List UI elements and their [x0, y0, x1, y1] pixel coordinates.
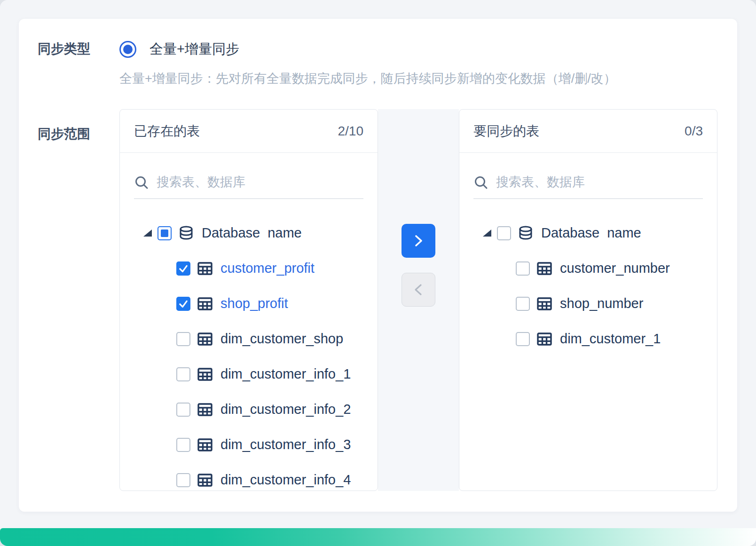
table-row[interactable]: dim_customer_info_4 — [134, 462, 363, 491]
search-icon — [473, 175, 488, 190]
existing-tables-panel: 已存在的表 2/10 — [119, 109, 378, 491]
search-icon — [134, 175, 149, 190]
table-name-label: dim_customer_info_3 — [220, 437, 351, 452]
app-viewport: 同步类型 全量+增量同步 全量+增量同步：先对所有全量数据完成同步，随后持续同步… — [0, 0, 756, 546]
right-table-list: customer_number — [473, 251, 703, 356]
check-icon — [178, 263, 189, 274]
sync-type-label: 同步类型 — [38, 40, 119, 58]
table-icon — [536, 296, 552, 312]
caret-expanded-icon[interactable] — [483, 229, 491, 237]
left-search-bar — [134, 169, 363, 199]
sync-scope-row: 同步范围 已存在的表 2/10 — [38, 109, 718, 491]
table-icon — [197, 402, 213, 418]
table-checkbox[interactable] — [516, 261, 530, 276]
database-name-label: Database name — [541, 225, 641, 241]
move-right-button[interactable] — [402, 224, 435, 258]
table-row[interactable]: customer_number — [473, 251, 703, 286]
table-name-label: dim_customer_1 — [560, 331, 661, 347]
table-checkbox[interactable] — [516, 297, 530, 311]
check-icon — [178, 298, 189, 309]
table-row[interactable]: dim_customer_1 — [473, 321, 703, 356]
sync-tables-count: 0/3 — [685, 124, 703, 139]
sync-type-row: 同步类型 全量+增量同步 全量+增量同步：先对所有全量数据完成同步，随后持续同步… — [38, 40, 718, 87]
chevron-right-icon — [411, 234, 425, 248]
table-name-label: shop_number — [560, 296, 643, 311]
table-icon — [197, 472, 213, 488]
left-table-tree: Database name — [134, 215, 363, 491]
table-checkbox[interactable] — [516, 332, 530, 346]
right-table-tree: Database name — [473, 215, 703, 356]
caret-expanded-icon[interactable] — [143, 229, 152, 237]
table-name-label: shop_profit — [220, 296, 288, 311]
database-icon — [518, 225, 534, 241]
table-icon — [197, 366, 213, 382]
sync-config-card: 同步类型 全量+增量同步 全量+增量同步：先对所有全量数据完成同步，随后持续同步… — [19, 19, 737, 512]
table-icon — [197, 261, 213, 277]
table-checkbox[interactable] — [176, 403, 190, 417]
table-row[interactable]: shop_number — [473, 286, 703, 321]
left-table-list: customer_profit — [134, 251, 363, 491]
right-search-bar — [473, 169, 703, 199]
existing-tables-header: 已存在的表 2/10 — [120, 110, 378, 153]
table-row[interactable]: dim_customer_shop — [134, 321, 363, 356]
unchecked-checkbox[interactable] — [497, 226, 511, 240]
database-name-label: Database name — [202, 225, 302, 241]
existing-tables-count: 2/10 — [338, 124, 364, 139]
table-row[interactable]: dim_customer_info_2 — [134, 392, 363, 427]
table-row[interactable]: customer_profit — [134, 251, 363, 286]
existing-tables-title: 已存在的表 — [134, 122, 200, 140]
sync-tables-panel: 要同步的表 0/3 — [459, 109, 717, 491]
table-checkbox[interactable] — [176, 297, 190, 311]
footer-accent-bar — [0, 528, 756, 546]
table-checkbox[interactable] — [176, 367, 190, 381]
radio-selected-icon[interactable] — [119, 41, 136, 58]
right-search-input[interactable] — [496, 175, 665, 190]
indeterminate-checkbox[interactable] — [158, 226, 172, 240]
table-row[interactable]: shop_profit — [134, 286, 363, 321]
sync-type-description: 全量+增量同步：先对所有全量数据完成同步，随后持续同步新增的变化数据（增/删/改… — [119, 70, 616, 87]
sync-scope-label: 同步范围 — [38, 109, 119, 143]
move-left-button[interactable] — [402, 273, 435, 307]
table-name-label: customer_number — [560, 261, 670, 276]
chevron-left-icon — [411, 283, 425, 297]
table-checkbox[interactable] — [176, 438, 190, 452]
table-icon — [197, 437, 213, 453]
table-row[interactable]: dim_customer_info_1 — [134, 356, 363, 392]
right-database-node[interactable]: Database name — [473, 215, 703, 251]
left-database-node[interactable]: Database name — [134, 215, 363, 251]
table-icon — [197, 331, 213, 347]
table-name-label: customer_profit — [220, 261, 315, 276]
table-icon — [536, 331, 552, 347]
table-name-label: dim_customer_info_1 — [220, 366, 351, 382]
sync-type-option[interactable]: 全量+增量同步 — [119, 40, 616, 59]
sync-type-option-label[interactable]: 全量+增量同步 — [150, 40, 239, 59]
table-name-label: dim_customer_shop — [220, 331, 343, 347]
sync-type-content: 全量+增量同步 全量+增量同步：先对所有全量数据完成同步，随后持续同步新增的变化… — [119, 40, 616, 87]
left-search-input[interactable] — [157, 175, 326, 190]
table-icon — [536, 261, 552, 277]
existing-tables-body: Database name — [120, 153, 378, 491]
database-icon — [178, 225, 194, 241]
table-name-label: dim_customer_info_4 — [220, 472, 351, 488]
table-icon — [197, 296, 213, 312]
transfer-gutter — [378, 109, 459, 491]
table-name-label: dim_customer_info_2 — [220, 402, 351, 417]
table-checkbox[interactable] — [176, 473, 190, 487]
sync-tables-title: 要同步的表 — [473, 122, 539, 140]
table-row[interactable]: dim_customer_info_3 — [134, 427, 363, 462]
sync-tables-header: 要同步的表 0/3 — [459, 110, 717, 153]
table-checkbox[interactable] — [176, 261, 190, 276]
sync-tables-body: Database name — [459, 153, 717, 491]
table-transfer: 已存在的表 2/10 — [119, 109, 717, 491]
table-checkbox[interactable] — [176, 332, 190, 346]
